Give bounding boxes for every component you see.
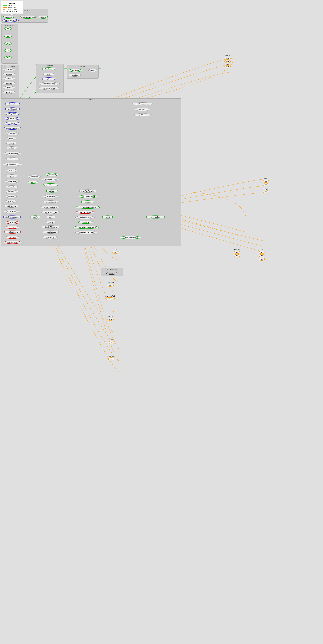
node-vanity-_applyPercent[interactable]: _applyPercent bbox=[43, 183, 58, 186]
node-iface-approve[interactable]: approve bbox=[3, 86, 15, 89]
node-sm-mod[interactable]: mod bbox=[4, 56, 12, 59]
node-vanity-_setBurnFee[interactable]: _setBurnFee bbox=[6, 226, 19, 229]
node-vanity-name[interactable]: name bbox=[6, 137, 16, 140]
node-vanity-totalFees[interactable]: totalFees bbox=[6, 195, 17, 198]
node-tTotal-sub[interactable]: sub bbox=[112, 251, 118, 254]
node-vanity-transferFrom[interactable]: transferFrom bbox=[5, 180, 19, 183]
node-vanity-_excludedFromTransferContent[interactable]: _excludedFromTransferContent bbox=[73, 226, 99, 229]
node-_functionCallWithValue[interactable]: _functionCallWithValue bbox=[19, 16, 36, 18]
node-ownable-onlyOwner[interactable]: onlyOwner bbox=[42, 78, 56, 80]
node-vanity-_reflectFee[interactable]: _reflectFee bbox=[78, 221, 93, 224]
node-tSupply-sub[interactable]: sub bbox=[263, 190, 269, 193]
node-vanity-restoreAllFee[interactable]: restoreAllFee bbox=[43, 236, 58, 239]
node-iface-transfer[interactable]: transfer bbox=[3, 77, 15, 80]
node-vanity-transferFromExcluded[interactable]: transferFromExcluded bbox=[41, 211, 60, 214]
node-rSupply-div[interactable]: div bbox=[263, 180, 269, 183]
node-vanity-_excludedToTransferContent[interactable]: _excludedToTransferContent bbox=[75, 206, 100, 209]
node-vanity-deliver[interactable]: deliver bbox=[46, 221, 56, 224]
node-vanity-_getTBasics[interactable]: _getTBasics bbox=[134, 108, 151, 111]
node-ownable-constructor[interactable]: <Constructor> bbox=[42, 68, 56, 70]
node-vanity-decimals[interactable]: decimals bbox=[6, 146, 17, 150]
node-vanity-setAsMarketingAccount[interactable]: setAsMarketingAccount bbox=[3, 216, 21, 218]
node-vanity-transferStandard[interactable]: transferStandard bbox=[43, 230, 59, 234]
node-vanity-_balanceOf[interactable]: _balanceOf bbox=[46, 173, 58, 176]
node-sm-sub[interactable]: sub bbox=[4, 35, 12, 38]
node-rTotal-div[interactable]: div bbox=[259, 254, 265, 257]
node-vanity-_approve[interactable]: _approve bbox=[28, 180, 39, 184]
node-vanity-_transferBothExcluded[interactable]: _transferBothExcluded bbox=[41, 206, 60, 209]
node-vanity-_getCurrentSupply[interactable]: _getCurrentSupply bbox=[146, 216, 165, 218]
node-vanity-whaleLimit[interactable]: whaleLimit bbox=[28, 175, 41, 178]
node-vanity-isMarketing[interactable]: isMarketing bbox=[6, 190, 18, 193]
node-vanity-tokenFromReflection[interactable]: tokenFromReflection bbox=[79, 190, 97, 192]
node-vanity-setLP_Handler[interactable]: setLP_Handler bbox=[5, 112, 20, 115]
node-vanity-decreaseAllowance[interactable]: decreaseAllowance bbox=[3, 163, 22, 166]
node-vanity-totalBurn[interactable]: totalBurn bbox=[6, 200, 17, 203]
node-vanity-_getValues[interactable]: _getValues bbox=[81, 200, 95, 204]
node-vanity-toggleLP[interactable]: toggleLP bbox=[5, 122, 20, 125]
node-sm-mul[interactable]: mul bbox=[4, 42, 12, 45]
node-tFee-mul[interactable]: mul bbox=[224, 65, 231, 68]
node-vanity-_sendToMarketing[interactable]: _sendToMarketing bbox=[75, 216, 95, 219]
node-context-msgData[interactable]: _msgData bbox=[69, 74, 81, 76]
node-vanity-_getTaxFee[interactable]: _getTaxFee bbox=[6, 236, 19, 239]
node-ownable-renounceOwnership[interactable]: renounceOwnership bbox=[39, 82, 60, 85]
node-eAmount-div[interactable]: div bbox=[234, 254, 240, 257]
node-vanity-_getRTTransferAmount[interactable]: _getRTTransferAmount bbox=[120, 236, 141, 239]
node-vanity-_transferToExcluded[interactable]: _transferToExcluded bbox=[41, 226, 60, 228]
node-iface-totalSupply[interactable]: totalSupply bbox=[3, 68, 15, 71]
node-vanity-_setMarketingFee[interactable]: _setMarketingFee bbox=[4, 230, 21, 234]
node-tAmount-mul[interactable]: mul bbox=[224, 60, 231, 63]
node-context-msgSender[interactable]: _msgSender bbox=[69, 69, 82, 72]
node-vanity-allowance[interactable]: allowance bbox=[6, 158, 19, 160]
node-rTotal-sub2[interactable]: sub bbox=[259, 258, 265, 260]
node-vanity-_getRate[interactable]: _getRate bbox=[102, 216, 113, 218]
node-vanity-approve[interactable]: approve bbox=[6, 169, 17, 172]
node-vanity-transfer[interactable]: transfer bbox=[6, 174, 17, 178]
node-vanity-reflectionFromToken[interactable]: reflectionFromToken bbox=[42, 178, 60, 181]
node-sm-add[interactable]: add bbox=[4, 27, 12, 30]
node-vanity-totalMarketing[interactable]: totalMarketing bbox=[4, 204, 19, 208]
node-context-payable[interactable]: payable bbox=[88, 69, 97, 72]
node-isContract[interactable]: isContract bbox=[39, 16, 48, 18]
node-vanity-constructor[interactable]: <Constructor> bbox=[5, 102, 20, 106]
node-vanity-setWhaleLimit[interactable]: setWhaleLimit bbox=[5, 108, 20, 110]
node-ownable-transferOwnership[interactable]: transferOwnership bbox=[39, 87, 60, 90]
node-tMarketingTotal-add[interactable]: add bbox=[105, 297, 115, 300]
node-tBurn-mul[interactable]: mul bbox=[108, 341, 114, 344]
node-iface-transferFrom[interactable]: transferFrom bbox=[3, 91, 15, 94]
node-vanity-standardTransferContent[interactable]: standardTransferContent bbox=[75, 231, 97, 234]
node-vanity-toggleBuyback[interactable]: toggleBuyback bbox=[5, 117, 20, 120]
node-vanity-_getMaxTxAmount[interactable]: _getMaxTxAmount bbox=[4, 241, 21, 244]
node-vanity-includeAccount[interactable]: includeAccount bbox=[4, 210, 19, 213]
node-tAmount-sub[interactable]: sub bbox=[224, 56, 231, 60]
node-vanity-symbol[interactable]: symbol bbox=[6, 142, 17, 145]
node-vanity-removeAllFee[interactable]: removeAllFee bbox=[43, 195, 58, 198]
node-vanity-_setTaxFee[interactable]: _setTaxFee bbox=[6, 221, 19, 224]
node-vanity-totalSupply[interactable]: totalSupply bbox=[46, 190, 58, 192]
node-vanity-_getTTransferAmount[interactable]: _getTTransferAmount bbox=[132, 102, 153, 106]
node-vanity-_sendToLPHandler[interactable]: _sendToLPHandler bbox=[75, 211, 95, 214]
node-vanity-owner[interactable]: owner bbox=[46, 216, 56, 218]
node-vanity-transfer_[interactable]: transfer bbox=[30, 216, 41, 218]
node-iface-allowance[interactable]: allowance bbox=[3, 82, 15, 85]
node-functionCallWithValue[interactable]: functionCallWithValue bbox=[2, 19, 19, 22]
node-functionCall[interactable]: functionCall bbox=[3, 16, 14, 18]
node-vanity-_getRBasics[interactable]: _getRBasics bbox=[134, 113, 151, 116]
node-vanity-increaseAllowance[interactable]: increaseAllowance bbox=[4, 152, 21, 155]
node-tMarketing-mul[interactable]: mul bbox=[108, 358, 115, 360]
node-sm-div[interactable]: div bbox=[4, 49, 12, 52]
node-tBurnTotal-add[interactable]: add bbox=[107, 284, 114, 286]
node-tFeeTotal-add[interactable]: add bbox=[107, 318, 114, 321]
node-vanity-excludeAccount[interactable]: excludeAccount bbox=[43, 200, 58, 204]
node-deposit[interactable]: deposit bbox=[106, 272, 117, 275]
node-vanity-_bothTransferContent[interactable]: _bothTransferContent bbox=[79, 195, 97, 198]
node-iface-balanceOf[interactable]: balanceOf bbox=[3, 72, 15, 76]
node-eAmount-sub[interactable]: sub bbox=[234, 251, 240, 254]
node-rTotal-sub[interactable]: sub bbox=[259, 251, 265, 254]
node-vanity-isExcluded[interactable]: isExcluded bbox=[6, 186, 18, 188]
node-vanity-moveBuybackCoins[interactable]: moveBuybackCoins bbox=[4, 126, 21, 130]
node-vanity-buyback[interactable]: buyback bbox=[6, 132, 19, 135]
node-ownable-owner[interactable]: owner bbox=[43, 72, 54, 76]
node-rSupply-sub[interactable]: sub bbox=[263, 183, 269, 186]
